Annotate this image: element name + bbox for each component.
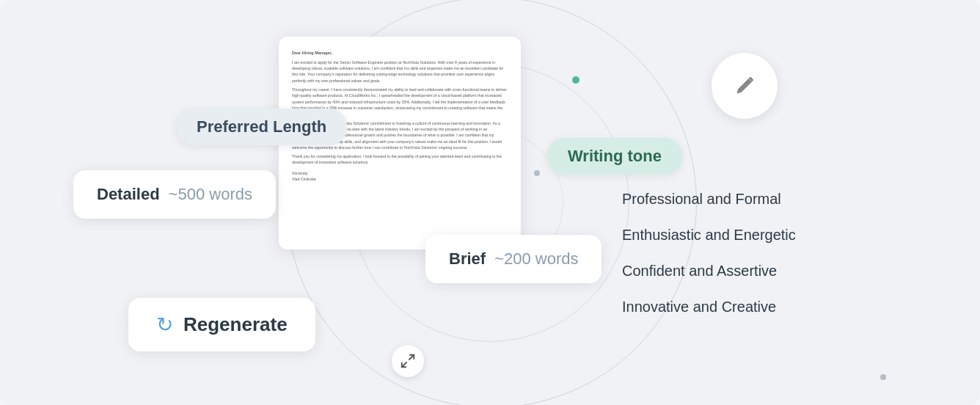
expand-icon (400, 353, 416, 369)
tone-option-enthusiastic[interactable]: Enthusiastic and Energetic (616, 218, 802, 252)
tone-options-list: Professional and Formal Enthusiastic and… (616, 182, 802, 324)
svg-line-0 (409, 355, 414, 360)
svg-line-1 (402, 362, 406, 367)
detailed-label: Detailed (97, 185, 160, 204)
gray-dot-1 (534, 170, 540, 176)
tone-option-professional[interactable]: Professional and Formal (616, 182, 802, 216)
teal-dot (572, 76, 579, 84)
gray-dot-2 (880, 374, 886, 380)
expand-button[interactable] (392, 345, 424, 377)
brief-words: ~200 words (494, 249, 578, 269)
detailed-card[interactable]: Detailed ~500 words (73, 170, 276, 219)
writing-tone-label: Writing tone (568, 147, 662, 165)
brief-card[interactable]: Brief ~200 words (425, 235, 601, 283)
letter-closing: Sincerely,Vlad Chokolat (292, 170, 508, 183)
regenerate-label: Regenerate (183, 313, 288, 336)
preferred-length-pill[interactable]: Preferred Length (176, 109, 347, 145)
regenerate-icon: ↻ (156, 313, 173, 337)
regenerate-button[interactable]: ↻ Regenerate (128, 298, 315, 351)
detailed-words: ~500 words (169, 185, 252, 204)
pen-icon (728, 70, 761, 102)
letter-salutation: Dear Hiring Manager, (292, 50, 508, 56)
letter-paragraph-1: I am excited to apply for the Senior Sof… (292, 59, 508, 84)
letter-paragraph-4: Thank you for considering my application… (292, 153, 508, 166)
writing-tone-pill[interactable]: Writing tone (547, 138, 682, 175)
brief-label: Brief (449, 249, 486, 269)
preferred-length-label: Preferred Length (197, 117, 326, 136)
tone-option-confident[interactable]: Confident and Assertive (616, 254, 802, 288)
tone-option-innovative[interactable]: Innovative and Creative (616, 290, 802, 324)
pen-icon-card (712, 53, 778, 119)
main-container: Dear Hiring Manager, I am excited to app… (0, 0, 980, 405)
